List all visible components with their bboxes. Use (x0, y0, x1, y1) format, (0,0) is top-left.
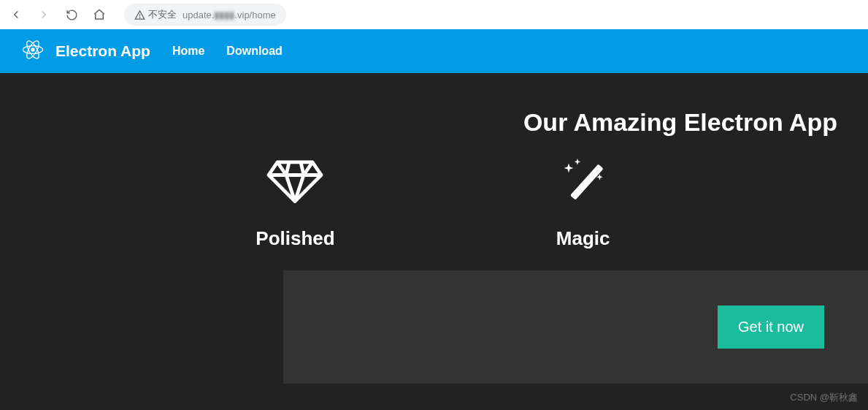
hero-section: Our Amazing Electron App Polished (0, 73, 868, 410)
brand-label: Electron App (55, 42, 150, 60)
watermark: CSDN @靳秋鑫 (790, 391, 858, 404)
nav-home[interactable]: Home (172, 45, 204, 58)
back-button[interactable] (9, 7, 23, 22)
feature-row: Polished Magic (0, 153, 868, 250)
svg-point-0 (139, 17, 140, 18)
url-text: update.▮▮▮▮.vip/home (183, 10, 276, 20)
forward-button[interactable] (37, 7, 51, 22)
site-header: Electron App Home Download (0, 29, 868, 73)
get-it-now-button[interactable]: Get it now (718, 305, 824, 349)
svg-rect-5 (570, 164, 604, 200)
svg-point-1 (31, 48, 34, 50)
nav-download[interactable]: Download (226, 45, 282, 58)
browser-toolbar: 不安全 update.▮▮▮▮.vip/home (0, 0, 868, 29)
cta-panel: Get it now (283, 270, 868, 384)
insecure-label: 不安全 (148, 8, 177, 21)
electron-icon (20, 37, 45, 66)
diamond-icon (266, 153, 324, 211)
feature-polished: Polished (256, 153, 334, 250)
address-bar[interactable]: 不安全 update.▮▮▮▮.vip/home (124, 4, 286, 26)
feature-polished-label: Polished (256, 227, 334, 250)
feature-magic-label: Magic (556, 227, 610, 250)
home-button[interactable] (92, 7, 107, 22)
reload-button[interactable] (64, 7, 79, 22)
brand[interactable]: Electron App (20, 37, 150, 66)
magic-wand-icon (554, 153, 612, 211)
feature-magic: Magic (554, 153, 612, 250)
hero-title: Our Amazing Electron App (523, 108, 837, 137)
insecure-badge: 不安全 (134, 8, 177, 21)
